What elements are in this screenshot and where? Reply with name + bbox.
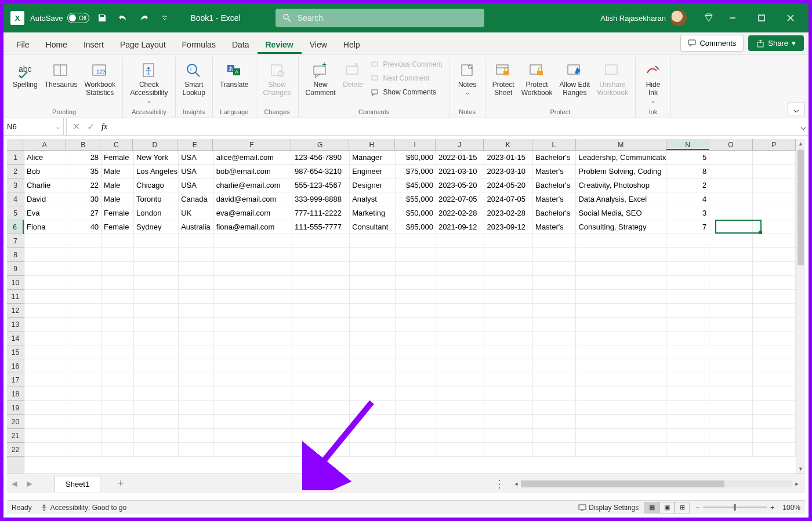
cell[interactable]	[484, 290, 533, 303]
cell[interactable]	[350, 359, 396, 373]
cell[interactable]: 2023-05-20	[436, 178, 485, 192]
cell[interactable]	[753, 387, 796, 400]
select-all-corner[interactable]	[7, 139, 23, 150]
cell[interactable]	[753, 304, 796, 317]
cell[interactable]	[350, 373, 396, 387]
cell[interactable]: 2023-03-10	[484, 165, 533, 178]
cell[interactable]: 2023-09-12	[484, 220, 533, 234]
row-header-9[interactable]: 9	[7, 262, 24, 276]
cell[interactable]	[102, 443, 134, 456]
cell[interactable]	[350, 415, 396, 428]
cell[interactable]: alice@email.com	[214, 151, 292, 164]
cell[interactable]: Leadership, Communication	[576, 151, 666, 164]
cell[interactable]	[102, 401, 134, 414]
cell[interactable]: Male	[102, 178, 134, 192]
tab-view[interactable]: View	[302, 35, 335, 54]
cell[interactable]	[709, 345, 752, 359]
cell[interactable]	[134, 290, 179, 303]
cell[interactable]: $55,000	[396, 192, 436, 206]
cell[interactable]	[436, 290, 485, 303]
cell[interactable]	[179, 373, 214, 387]
cell[interactable]	[753, 276, 796, 289]
cell[interactable]: Creativity, Photoshop	[576, 178, 666, 192]
cell[interactable]: New York	[134, 151, 179, 164]
column-header-J[interactable]: J	[436, 139, 484, 150]
cell[interactable]	[396, 345, 436, 359]
cell[interactable]	[533, 262, 576, 275]
toggle-switch[interactable]: Off	[67, 13, 89, 23]
cell[interactable]: David	[24, 192, 67, 206]
column-header-G[interactable]: G	[291, 139, 349, 150]
cell[interactable]	[709, 290, 752, 303]
cell[interactable]	[179, 443, 214, 456]
cell[interactable]	[292, 276, 350, 289]
cell[interactable]: 27	[67, 206, 102, 220]
view-page-break-button[interactable]: ⊞	[675, 502, 690, 513]
cell[interactable]	[484, 318, 533, 331]
row-header-10[interactable]: 10	[7, 276, 24, 290]
cell[interactable]	[484, 304, 533, 317]
cell[interactable]	[753, 206, 796, 220]
cell[interactable]	[709, 248, 752, 261]
cell[interactable]	[484, 415, 533, 428]
cell[interactable]	[576, 401, 666, 414]
sheet-nav-prev[interactable]: ◄	[7, 476, 22, 491]
cell[interactable]	[67, 248, 102, 261]
cell[interactable]	[436, 429, 485, 442]
cell[interactable]	[576, 248, 666, 261]
cell[interactable]	[666, 304, 709, 317]
smart-lookup-button[interactable]: iSmart Lookup	[179, 58, 209, 100]
horizontal-scrollbar[interactable]: ◄ ►	[512, 479, 802, 489]
cell[interactable]	[666, 318, 709, 331]
cell[interactable]	[396, 290, 436, 303]
cell[interactable]	[214, 345, 292, 359]
cell[interactable]	[24, 429, 67, 442]
cell[interactable]	[576, 304, 666, 317]
cell[interactable]	[214, 276, 292, 289]
cell[interactable]: Sydney	[134, 220, 179, 234]
cell[interactable]	[350, 234, 396, 247]
cell[interactable]	[350, 318, 396, 331]
cell[interactable]	[484, 429, 533, 442]
cell[interactable]	[179, 331, 214, 345]
cell[interactable]	[533, 234, 576, 247]
diamond-icon[interactable]	[701, 10, 717, 26]
cell[interactable]	[666, 429, 709, 442]
row-header-11[interactable]: 11	[7, 290, 24, 304]
cell[interactable]	[179, 248, 214, 261]
row-header-17[interactable]: 17	[7, 373, 24, 387]
cell[interactable]	[533, 401, 576, 414]
cell[interactable]	[102, 290, 134, 303]
cell[interactable]	[179, 276, 214, 289]
cell[interactable]	[179, 415, 214, 428]
cell[interactable]: Australia	[179, 220, 214, 234]
cell[interactable]: Social Media, SEO	[576, 206, 666, 220]
cell[interactable]: david@email.com	[214, 192, 292, 206]
search-box[interactable]	[276, 9, 484, 27]
add-sheet-button[interactable]: +	[112, 475, 129, 493]
cell[interactable]	[292, 234, 350, 247]
cell[interactable]	[67, 401, 102, 414]
cell[interactable]: Master's	[533, 220, 576, 234]
cell[interactable]	[436, 331, 485, 345]
cell[interactable]	[436, 304, 485, 317]
cell[interactable]: Male	[102, 192, 134, 206]
cell[interactable]	[24, 318, 67, 331]
hide-ink-button[interactable]: Hide Ink⌵	[639, 58, 667, 106]
cell[interactable]: fiona@email.com	[214, 220, 292, 234]
cell[interactable]	[134, 415, 179, 428]
display-settings[interactable]: Display Settings	[578, 504, 639, 512]
cell[interactable]: USA	[179, 178, 214, 192]
cell[interactable]	[67, 290, 102, 303]
tab-home[interactable]: Home	[38, 35, 75, 54]
cell[interactable]: Charlie	[24, 178, 67, 192]
row-header-7[interactable]: 7	[7, 234, 24, 248]
redo-button[interactable]	[136, 10, 152, 26]
cell[interactable]: 987-654-3210	[292, 165, 350, 178]
cell[interactable]	[214, 331, 292, 345]
cell[interactable]	[134, 248, 179, 261]
cell[interactable]	[24, 248, 67, 261]
cell[interactable]	[179, 290, 214, 303]
cell[interactable]: 333-999-8888	[292, 192, 350, 206]
cell[interactable]: Toronto	[134, 192, 179, 206]
